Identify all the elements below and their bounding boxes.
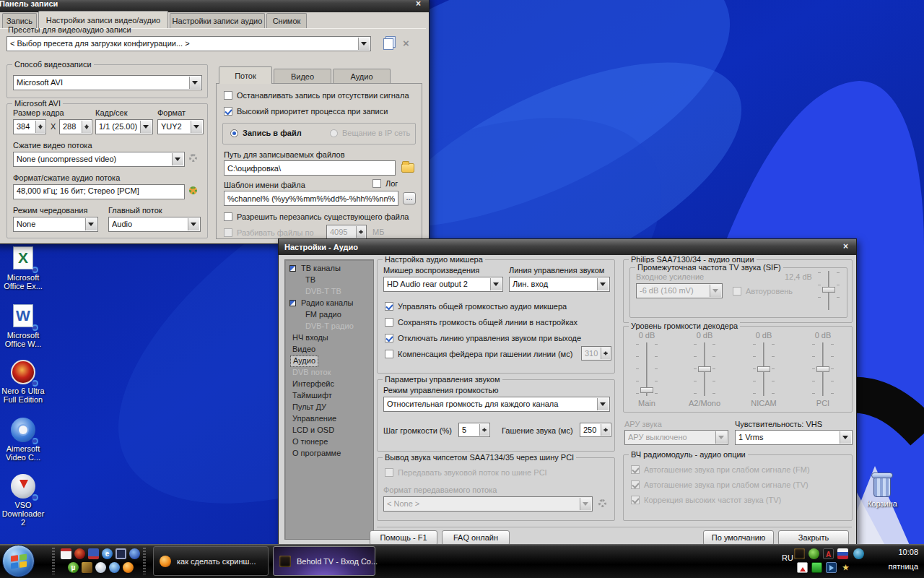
tray-battery-icon[interactable] (811, 562, 822, 573)
tray-utorrent-icon[interactable] (808, 548, 819, 559)
tab-audio[interactable]: Аудио (333, 69, 391, 84)
quicklaunch-nero-icon[interactable] (74, 548, 85, 559)
slider-thumb[interactable] (822, 287, 835, 293)
mute-time-stepper[interactable]: 250 (580, 423, 611, 437)
tree-item-radio-channels[interactable]: Радио каналы (301, 298, 354, 309)
filename-template-input[interactable] (224, 191, 398, 206)
frame-width-stepper[interactable]: 384 (13, 119, 46, 134)
tray-updown-arrow-icon[interactable] (797, 562, 808, 573)
pci-volume-slider[interactable] (815, 342, 831, 396)
quicklaunch-firefox-icon[interactable] (123, 562, 134, 573)
main-volume-slider[interactable] (639, 342, 655, 396)
quicklaunch-quill-icon[interactable] (95, 562, 106, 573)
nicam-volume-slider[interactable] (756, 342, 772, 396)
tree-item-control[interactable]: Управление (292, 414, 336, 424)
taskbar-clock[interactable]: 10:08 пятница (875, 548, 918, 571)
video-compression-select[interactable]: None (uncompressed video) (13, 152, 185, 167)
tray-wand-icon[interactable]: ★ (840, 562, 851, 573)
close-icon[interactable]: × (840, 241, 852, 252)
desktop-icon-excel[interactable]: X Microsoft Office Ex... (0, 246, 46, 290)
task-button-firefox[interactable]: как сделать скринш... (153, 546, 269, 576)
quicklaunch-utorrent-icon[interactable]: µ (68, 562, 79, 573)
sensitivity-select[interactable]: 1 Vrms (735, 430, 853, 445)
pci-send-checkbox[interactable] (385, 468, 393, 477)
spinner-arrows-icon[interactable] (356, 226, 365, 238)
desktop-icon-nero[interactable]: Nero 6 Ultra Full Edition (0, 360, 46, 404)
quicklaunch-media-icon[interactable] (82, 562, 92, 573)
tray-antivirus-icon[interactable]: A (823, 548, 834, 559)
tree-item-fm-radio[interactable]: FM радио (305, 310, 341, 320)
quicklaunch-network-icon[interactable] (129, 548, 140, 559)
spinner-arrows-icon[interactable] (82, 121, 91, 133)
tray-play-icon[interactable] (826, 562, 837, 573)
playback-mixer-select[interactable]: HD Audio rear output 2 (383, 277, 503, 292)
tree-item-remote[interactable]: Пульт ДУ (292, 402, 326, 413)
save-preset-icon[interactable] (383, 38, 393, 50)
spinner-arrows-icon[interactable] (601, 348, 610, 359)
quicklaunch-save-icon[interactable] (88, 548, 99, 559)
master-volume-checkbox[interactable] (385, 302, 393, 311)
volume-step-stepper[interactable]: 5 (458, 423, 490, 437)
path-input[interactable] (224, 160, 396, 176)
frame-height-stepper[interactable]: 288 (59, 119, 92, 134)
rf-hf-checkbox[interactable] (631, 496, 640, 504)
tab-stream[interactable]: Поток (219, 66, 272, 84)
pci-format-select[interactable]: < None > (383, 496, 593, 512)
spinner-arrows-icon[interactable] (601, 424, 610, 436)
autolevel-checkbox[interactable] (733, 287, 741, 296)
close-icon[interactable]: × (412, 0, 424, 9)
a2mono-volume-slider[interactable] (697, 342, 712, 396)
tray-ru-flag-icon[interactable] (837, 548, 848, 559)
codec-config-icon[interactable] (189, 154, 197, 162)
tree-item-about-program[interactable]: О программе (292, 449, 341, 459)
format-select[interactable]: YUY2 (157, 119, 204, 134)
quicklaunch-globe-icon[interactable] (109, 562, 120, 573)
tray-player-icon[interactable] (853, 548, 864, 559)
tree-item-tv-channels[interactable]: ТВ каналы (301, 264, 341, 274)
volume-mode-select[interactable]: Относительная громкость для каждого кана… (383, 397, 610, 412)
fader-stepper[interactable]: 310 (581, 346, 611, 361)
tree-item-dvb-stream[interactable]: DVB поток (292, 368, 331, 378)
browse-folder-icon[interactable] (401, 163, 414, 173)
tree-item-interface[interactable]: Интерфейс (292, 379, 334, 389)
tab-video-audio-settings[interactable]: Настройки записи видео/аудио (38, 11, 168, 28)
tree-item-lcd-osd[interactable]: LCD и OSD (292, 426, 334, 436)
pci-format-config-icon[interactable] (598, 499, 606, 507)
mute-on-exit-checkbox[interactable] (385, 334, 393, 342)
delete-preset-icon[interactable]: × (403, 37, 409, 49)
split-files-checkbox[interactable] (224, 228, 232, 237)
input-gain-select[interactable]: -6 dB (160 mV) (636, 283, 723, 298)
tv-channels-checkbox[interactable] (289, 265, 296, 272)
agc-select[interactable]: АРУ выключено (624, 430, 728, 445)
tree-item-video[interactable]: Видео (292, 345, 315, 355)
slider-thumb[interactable] (640, 387, 653, 393)
overwrite-checkbox[interactable] (224, 212, 232, 221)
desktop-icon-recycle-bin[interactable]: Корзина (860, 471, 904, 508)
tree-item-about-tuner[interactable]: О тюнере (292, 437, 328, 447)
faq-button[interactable]: FAQ онлайн (442, 530, 510, 545)
slider-thumb[interactable] (757, 366, 770, 372)
record-to-file-radio[interactable] (230, 129, 238, 137)
tab-snapshot[interactable]: Снимок (266, 13, 307, 28)
radio-channels-checkbox[interactable] (289, 300, 296, 306)
slider-thumb[interactable] (698, 366, 711, 372)
quicklaunch-internet-explorer-icon[interactable]: e (102, 548, 113, 559)
sif-level-slider[interactable] (821, 271, 837, 310)
audio-dialog-titlebar[interactable]: Настройки - Аудио × (279, 239, 856, 255)
desktop-icon-word[interactable]: W Microsoft Office W... (0, 304, 46, 348)
rf-fm-checkbox[interactable] (631, 465, 640, 474)
tree-item-audio[interactable]: Аудио (291, 356, 318, 366)
help-button[interactable]: Помощь - F1 (370, 530, 437, 545)
split-size-stepper[interactable]: 4095 (326, 225, 367, 239)
language-indicator[interactable]: RU (782, 553, 793, 562)
save-volume-checkbox[interactable] (385, 318, 393, 327)
desktop-icon-vso[interactable]: VSO Downloader 2 (0, 474, 46, 527)
video-method-select[interactable]: Microsoft AVI (13, 75, 202, 90)
tab-video[interactable]: Видео (274, 69, 331, 84)
preset-select[interactable]: < Выбор пресета для загрузки конфигураци… (6, 36, 371, 51)
spinner-arrows-icon[interactable] (35, 121, 45, 133)
tree-item-timeshift[interactable]: Таймшифт (292, 391, 332, 401)
log-checkbox[interactable] (372, 179, 381, 188)
tree-item-lf-inputs[interactable]: НЧ входы (292, 333, 328, 343)
defaults-button[interactable]: По умолчанию (703, 530, 774, 545)
